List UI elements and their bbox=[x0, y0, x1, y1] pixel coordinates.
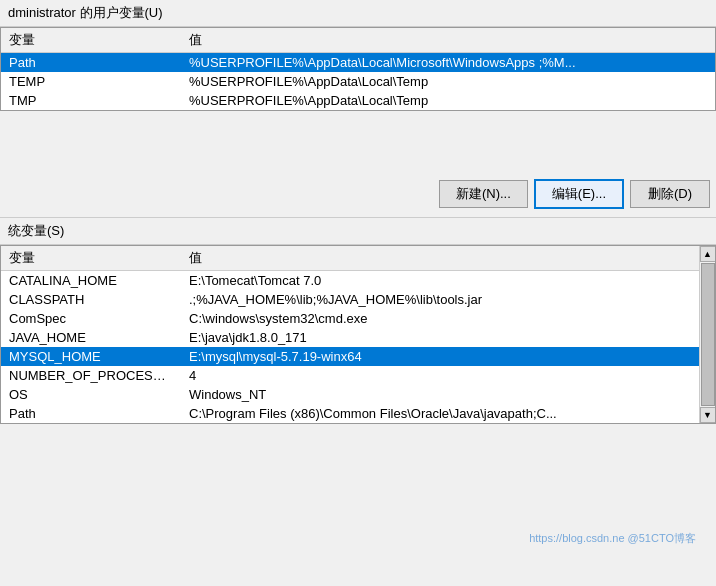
sys-var-name: ComSpec bbox=[1, 309, 181, 328]
sys-table-flex: 变量 值 CATALINA_HOMEE:\Tomecat\Tomcat 7.0C… bbox=[1, 246, 715, 423]
new-button[interactable]: 新建(N)... bbox=[439, 180, 528, 208]
sys-table-row[interactable]: JAVA_HOMEE:\java\jdk1.8.0_171 bbox=[1, 328, 699, 347]
sys-var-value: E:\Tomecat\Tomcat 7.0 bbox=[181, 271, 699, 291]
user-vars-table: 变量 值 Path%USERPROFILE%\AppData\Local\Mic… bbox=[1, 28, 715, 110]
sys-var-name: CLASSPATH bbox=[1, 290, 181, 309]
sys-col-value-header: 值 bbox=[181, 246, 699, 271]
user-var-name: TMP bbox=[1, 91, 181, 110]
sys-var-value: C:\windows\system32\cmd.exe bbox=[181, 309, 699, 328]
user-col-value-header: 值 bbox=[181, 28, 715, 53]
user-var-value: %USERPROFILE%\AppData\Local\Temp bbox=[181, 72, 715, 91]
user-vars-title: dministrator 的用户变量(U) bbox=[8, 5, 163, 20]
sys-col-name-header: 变量 bbox=[1, 246, 181, 271]
sys-var-value: .;%JAVA_HOME%\lib;%JAVA_HOME%\lib\tools.… bbox=[181, 290, 699, 309]
sys-table-row[interactable]: PathC:\Program Files (x86)\Common Files\… bbox=[1, 404, 699, 423]
sys-table-row[interactable]: MYSQL_HOMEE:\mysql\mysql-5.7.19-winx64 bbox=[1, 347, 699, 366]
sys-table-row[interactable]: CLASSPATH.;%JAVA_HOME%\lib;%JAVA_HOME%\l… bbox=[1, 290, 699, 309]
user-vars-header: dministrator 的用户变量(U) bbox=[0, 0, 716, 27]
sys-var-name: MYSQL_HOME bbox=[1, 347, 181, 366]
sys-vars-table-container: 变量 值 CATALINA_HOMEE:\Tomecat\Tomcat 7.0C… bbox=[0, 245, 716, 424]
user-var-value: %USERPROFILE%\AppData\Local\Microsoft\Wi… bbox=[181, 53, 715, 73]
sys-vars-table: 变量 值 CATALINA_HOMEE:\Tomecat\Tomcat 7.0C… bbox=[1, 246, 699, 423]
sys-table-row[interactable]: OSWindows_NT bbox=[1, 385, 699, 404]
sys-table-row[interactable]: ComSpecC:\windows\system32\cmd.exe bbox=[1, 309, 699, 328]
sys-var-value: C:\Program Files (x86)\Common Files\Orac… bbox=[181, 404, 699, 423]
sys-var-value: E:\mysql\mysql-5.7.19-winx64 bbox=[181, 347, 699, 366]
user-table-row[interactable]: TMP%USERPROFILE%\AppData\Local\Temp bbox=[1, 91, 715, 110]
scrollbar-down-button[interactable]: ▼ bbox=[700, 407, 716, 423]
buttons-area: 新建(N)... 编辑(E)... 删除(D) bbox=[0, 171, 716, 217]
user-var-name: TEMP bbox=[1, 72, 181, 91]
user-var-name: Path bbox=[1, 53, 181, 73]
sys-vars-title: 统变量(S) bbox=[8, 223, 64, 238]
edit-button[interactable]: 编辑(E)... bbox=[534, 179, 624, 209]
spacer bbox=[0, 111, 716, 171]
user-var-value: %USERPROFILE%\AppData\Local\Temp bbox=[181, 91, 715, 110]
sys-vars-header: 统变量(S) bbox=[0, 217, 716, 245]
sys-var-name: JAVA_HOME bbox=[1, 328, 181, 347]
user-vars-table-container: 变量 值 Path%USERPROFILE%\AppData\Local\Mic… bbox=[0, 27, 716, 111]
sys-var-name: NUMBER_OF_PROCESSORS bbox=[1, 366, 181, 385]
delete-button[interactable]: 删除(D) bbox=[630, 180, 710, 208]
scrollbar[interactable]: ▲ ▼ bbox=[699, 246, 715, 423]
sys-var-name: OS bbox=[1, 385, 181, 404]
sys-var-value: 4 bbox=[181, 366, 699, 385]
sys-var-value: E:\java\jdk1.8.0_171 bbox=[181, 328, 699, 347]
user-table-row[interactable]: Path%USERPROFILE%\AppData\Local\Microsof… bbox=[1, 53, 715, 73]
sys-var-name: CATALINA_HOME bbox=[1, 271, 181, 291]
user-table-row[interactable]: TEMP%USERPROFILE%\AppData\Local\Temp bbox=[1, 72, 715, 91]
sys-table-row[interactable]: NUMBER_OF_PROCESSORS4 bbox=[1, 366, 699, 385]
sys-table-scroll-area[interactable]: 变量 值 CATALINA_HOMEE:\Tomecat\Tomcat 7.0C… bbox=[1, 246, 699, 423]
main-window: dministrator 的用户变量(U) 变量 值 Path%USERPROF… bbox=[0, 0, 716, 586]
sys-table-row[interactable]: CATALINA_HOMEE:\Tomecat\Tomcat 7.0 bbox=[1, 271, 699, 291]
scrollbar-thumb[interactable] bbox=[701, 263, 715, 406]
watermark: https://blog.csdn.ne @51CTO博客 bbox=[529, 531, 696, 546]
sys-var-value: Windows_NT bbox=[181, 385, 699, 404]
scrollbar-up-button[interactable]: ▲ bbox=[700, 246, 716, 262]
user-col-name-header: 变量 bbox=[1, 28, 181, 53]
sys-var-name: Path bbox=[1, 404, 181, 423]
